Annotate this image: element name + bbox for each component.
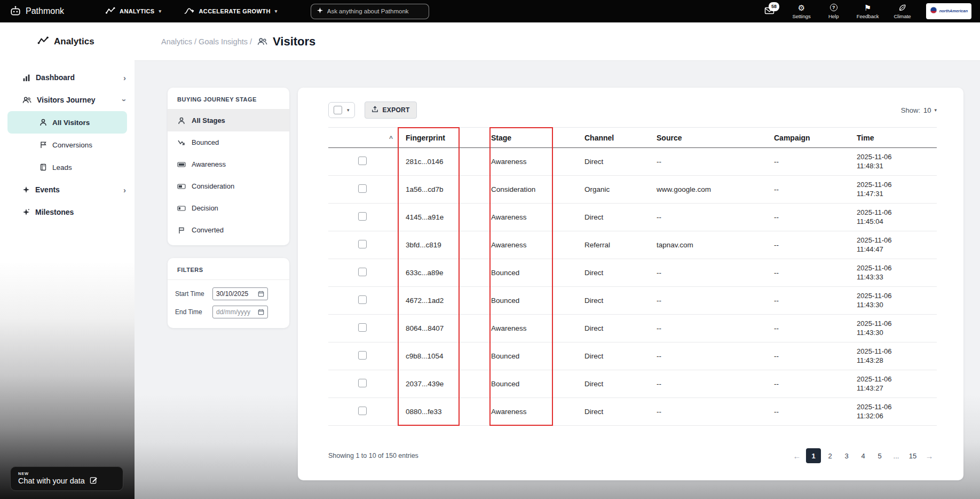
stage-filter-all-stages[interactable]: All Stages (168, 110, 289, 131)
end-time-input[interactable]: dd/mm/yyyy (212, 306, 268, 318)
menu-accelerate-growth[interactable]: ACCELERATE GROWTH ▾ (184, 7, 278, 15)
sidebar-item-label: All Visitors (52, 119, 90, 127)
page-button-15[interactable]: 15 (905, 448, 920, 463)
cell-fingerprint: 633c...a89e (406, 269, 444, 277)
row-checkbox[interactable] (358, 407, 367, 415)
brand[interactable]: Pathmonk (10, 5, 64, 17)
chevron-down-icon: › (120, 99, 129, 102)
notifications-button[interactable]: 58 (761, 7, 777, 15)
help-button[interactable]: ? Help (826, 3, 842, 19)
page-button-5[interactable]: 5 (872, 448, 887, 463)
cell-campaign: -- (774, 408, 779, 416)
table-row[interactable]: 1a56...cd7b Consideration Organic www.go… (328, 176, 937, 204)
stage-filter-converted[interactable]: Converted (168, 219, 289, 241)
main-area: Analytics / Goals Insights / Visitors BU… (135, 22, 980, 499)
start-time-input[interactable]: 30/10/2025 (212, 287, 268, 300)
col-channel[interactable]: Channel (584, 128, 657, 148)
table-row[interactable]: c9b8...1054 Bounced Direct -- -- 2025-11… (328, 342, 937, 370)
feedback-flag-icon: ⚑ (864, 3, 871, 12)
cell-fingerprint: 1a56...cd7b (406, 185, 444, 193)
sidebar-item-dashboard[interactable]: Dashboard › (0, 66, 135, 89)
cell-channel: Direct (584, 380, 603, 388)
people-icon (257, 37, 267, 45)
cell-stage: Awareness (491, 213, 527, 221)
sort-indicator[interactable]: ^ (389, 135, 393, 142)
cell-channel: Organic (584, 185, 610, 193)
sidebar-item-visitors-journey[interactable]: Visitors Journey › (0, 89, 135, 111)
cell-channel: Direct (584, 158, 603, 166)
table-row[interactable]: 4672...1ad2 Bounced Direct -- -- 2025-11… (328, 287, 937, 315)
table-row[interactable]: 3bfd...c819 Awareness Referral tapnav.co… (328, 231, 937, 259)
table-row[interactable]: 8064...8407 Awareness Direct -- -- 2025-… (328, 315, 937, 342)
stage-filter-consideration[interactable]: Consideration (168, 175, 289, 197)
page-button-3[interactable]: 3 (839, 448, 854, 463)
col-campaign[interactable]: Campaign (774, 128, 857, 148)
col-fingerprint[interactable]: Fingerprint (406, 128, 491, 148)
brand-name: Pathmonk (26, 6, 64, 16)
calendar-icon[interactable] (258, 291, 264, 297)
settings-button[interactable]: ⚙ Settings (792, 3, 810, 19)
chat-label: Chat with your data (18, 477, 85, 485)
page-size-select[interactable]: Show: 10 ▾ (901, 106, 937, 114)
next-page-button[interactable]: → (922, 448, 937, 463)
row-checkbox[interactable] (358, 295, 367, 304)
breadcrumb-path[interactable]: Analytics / Goals Insights / (161, 37, 252, 46)
cell-campaign: -- (774, 297, 779, 305)
table-row[interactable]: 281c...0146 Awareness Direct -- -- 2025-… (328, 148, 937, 176)
stage-label: All Stages (192, 116, 225, 124)
buying-journey-stage-panel: BUYING JOURNEY STAGE All Stages Bounced (168, 88, 289, 245)
stage-filter-bounced[interactable]: Bounced (168, 131, 289, 153)
select-all-checkbox[interactable] (334, 106, 342, 114)
sidebar-item-events[interactable]: Events › (0, 178, 135, 201)
stage-label: Awareness (192, 160, 226, 168)
topbar-search[interactable] (311, 4, 429, 19)
cell-campaign: -- (774, 324, 779, 332)
table-row[interactable]: 4145...a91e Awareness Direct -- -- 2025-… (328, 204, 937, 231)
table-row[interactable]: 633c...a89e Bounced Direct -- -- 2025-11… (328, 259, 937, 287)
chevron-down-icon: ▾ (159, 9, 162, 14)
col-stage[interactable]: Stage (491, 128, 584, 148)
row-checkbox[interactable] (358, 323, 367, 332)
menu-analytics[interactable]: ANALYTICS ▾ (106, 7, 161, 15)
cell-stage: Bounced (491, 352, 519, 360)
sidebar-item-leads[interactable]: Leads (0, 156, 135, 178)
prev-page-button[interactable]: ← (789, 448, 804, 463)
feedback-button[interactable]: ⚑ Feedback (857, 3, 879, 19)
page-button-2[interactable]: 2 (823, 448, 837, 463)
row-checkbox[interactable] (358, 212, 367, 221)
export-button[interactable]: EXPORT (365, 102, 417, 119)
calendar-icon[interactable] (258, 309, 264, 315)
col-source[interactable]: Source (657, 128, 774, 148)
climate-button[interactable]: Climate (894, 3, 911, 19)
page-button-4[interactable]: 4 (856, 448, 871, 463)
panel-title: BUYING JOURNEY STAGE (168, 88, 289, 110)
search-input[interactable] (327, 8, 423, 14)
cell-campaign: -- (774, 185, 779, 193)
chat-with-data-button[interactable]: NEW Chat with your data (10, 466, 123, 491)
bulk-select-control[interactable]: ▾ (328, 102, 355, 118)
sidebar-item-all-visitors[interactable]: All Visitors (7, 111, 127, 134)
chevron-down-icon: ▾ (347, 107, 350, 113)
table-row[interactable]: 0880...fe33 Awareness Direct -- -- 2025-… (328, 398, 937, 426)
row-checkbox[interactable] (358, 379, 367, 387)
cell-channel: Direct (584, 324, 603, 332)
chevron-down-icon: ▾ (275, 9, 278, 14)
row-checkbox[interactable] (358, 157, 367, 165)
cell-time: 2025-11-0611:47:31 (857, 176, 937, 204)
row-checkbox[interactable] (358, 268, 367, 276)
page-button-1[interactable]: 1 (806, 448, 821, 463)
row-checkbox[interactable] (358, 240, 367, 248)
growth-line-icon (184, 7, 195, 15)
sidebar-item-conversions[interactable]: Conversions (0, 134, 135, 156)
climate-label: Climate (894, 13, 911, 19)
table-row[interactable]: 2037...439e Bounced Direct -- -- 2025-11… (328, 370, 937, 398)
row-checkbox[interactable] (358, 351, 367, 360)
stage-filter-decision[interactable]: Decision (168, 197, 289, 219)
sidebar-header: Analytics (0, 22, 135, 61)
row-checkbox[interactable] (358, 184, 367, 193)
partner-logo[interactable]: northAmerican (926, 3, 971, 19)
export-label: EXPORT (383, 106, 410, 114)
col-time[interactable]: Time (857, 128, 937, 148)
sidebar-item-milestones[interactable]: Milestones (0, 201, 135, 223)
stage-filter-awareness[interactable]: Awareness (168, 153, 289, 175)
